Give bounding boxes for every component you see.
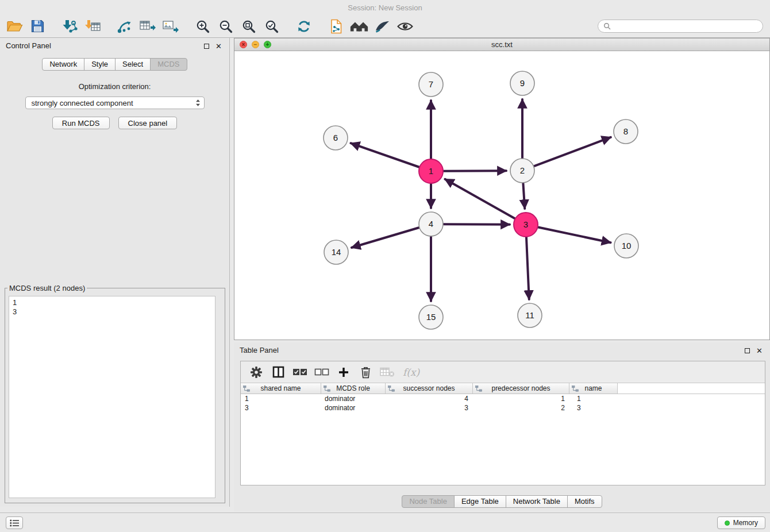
import-network-icon[interactable] <box>60 17 79 36</box>
close-table-panel-icon[interactable]: ✕ <box>756 347 763 354</box>
export-table-icon[interactable] <box>138 17 157 36</box>
optimization-dropdown[interactable]: strongly connected component <box>25 97 205 109</box>
column-label: MCDS role <box>336 384 370 392</box>
network-window-titlebar: × − + scc.txt <box>234 38 769 51</box>
task-history-button[interactable] <box>6 516 23 529</box>
zoom-out-icon[interactable] <box>216 17 236 36</box>
float-panel-icon[interactable] <box>204 44 209 49</box>
cell-shared-name[interactable]: 1 <box>241 394 321 403</box>
main-toolbar <box>0 15 770 38</box>
node-label: 6 <box>333 133 338 142</box>
mcds-result-list[interactable]: 13 <box>9 296 215 498</box>
mcds-buttons-row: Run MCDS Close panel <box>0 117 229 129</box>
node-15[interactable]: 15 <box>419 305 443 329</box>
memory-button[interactable]: Memory <box>717 516 765 529</box>
column-type-icon <box>475 385 482 392</box>
column-header-mcds-role[interactable]: MCDS role <box>321 383 386 394</box>
node-2[interactable]: 2 <box>510 159 534 183</box>
node-8[interactable]: 8 <box>614 119 638 144</box>
refresh-icon[interactable] <box>294 17 314 36</box>
table-row[interactable]: 1dominator411 <box>241 394 765 403</box>
cell-name[interactable]: 1 <box>569 394 618 403</box>
add-column-icon[interactable] <box>333 363 355 382</box>
node-7[interactable]: 7 <box>419 72 443 97</box>
table-tab-motifs[interactable]: Motifs <box>567 495 602 508</box>
node-3[interactable]: 3 <box>514 213 538 237</box>
cell-mcds-role[interactable]: dominator <box>321 403 386 413</box>
edge-1-2[interactable] <box>444 171 506 171</box>
run-mcds-button[interactable]: Run MCDS <box>52 117 110 129</box>
edge-2-3[interactable] <box>523 183 525 209</box>
table-tab-network-table[interactable]: Network Table <box>506 495 568 508</box>
cell-mcds-role[interactable]: dominator <box>321 394 386 403</box>
node-14[interactable]: 14 <box>324 240 348 264</box>
node-10[interactable]: 10 <box>614 234 638 258</box>
cell-predecessor-nodes[interactable]: 1 <box>473 394 569 403</box>
cell-name[interactable]: 3 <box>569 403 618 413</box>
column-label: name <box>584 384 602 392</box>
edge-3-10[interactable] <box>538 228 611 243</box>
save-icon[interactable] <box>28 17 47 36</box>
column-type-icon <box>572 385 579 392</box>
close-panel-button[interactable]: Close panel <box>118 117 178 129</box>
edge-4-3[interactable] <box>444 224 510 225</box>
style-apply-icon[interactable] <box>372 17 392 36</box>
cell-predecessor-nodes[interactable]: 2 <box>473 403 569 413</box>
table-tab-edge-table[interactable]: Edge Table <box>454 495 506 508</box>
tab-style[interactable]: Style <box>84 58 116 71</box>
edge-2-8[interactable] <box>534 137 611 166</box>
zoom-in-icon[interactable] <box>193 17 213 36</box>
edge-3-11[interactable] <box>526 237 529 299</box>
column-label: shared name <box>260 384 301 392</box>
import-table-icon[interactable] <box>83 17 102 36</box>
mcds-result-title: MCDS result (2 nodes) <box>7 284 87 292</box>
list-icon <box>10 519 20 527</box>
column-header-name[interactable]: name <box>569 383 618 394</box>
control-panel: Control Panel ✕ NetworkStyleSelectMCDS O… <box>0 38 230 507</box>
select-all-icon[interactable] <box>289 363 311 382</box>
column-type-icon <box>324 385 330 392</box>
network-arrows-icon[interactable] <box>115 17 134 36</box>
tab-mcds[interactable]: MCDS <box>150 58 187 71</box>
cell-shared-name[interactable]: 3 <box>241 403 321 413</box>
network-window-title: scc.txt <box>491 40 513 49</box>
columns-icon[interactable] <box>267 363 289 382</box>
cell-successor-nodes[interactable]: 4 <box>386 394 473 403</box>
search-input[interactable] <box>614 22 757 30</box>
tab-select[interactable]: Select <box>115 58 151 71</box>
gear-icon[interactable] <box>245 363 267 382</box>
network-canvas[interactable]: 7968124314101511 <box>234 51 769 340</box>
paste-network-icon[interactable] <box>326 17 346 36</box>
zoom-selected-icon[interactable] <box>262 17 282 36</box>
column-header-successor-nodes[interactable]: successor nodes <box>386 383 473 394</box>
table-panel-header: Table Panel ✕ <box>234 342 770 358</box>
node-6[interactable]: 6 <box>324 126 348 150</box>
control-panel-header: Control Panel ✕ <box>0 38 229 54</box>
minimize-window-icon[interactable]: − <box>252 41 259 48</box>
close-window-icon[interactable]: × <box>240 41 247 48</box>
node-4[interactable]: 4 <box>419 212 443 236</box>
close-panel-icon[interactable]: ✕ <box>215 43 222 50</box>
tab-network[interactable]: Network <box>42 58 84 71</box>
column-header-shared-name[interactable]: shared name <box>241 383 321 394</box>
node-11[interactable]: 11 <box>518 303 542 327</box>
zoom-fit-icon[interactable] <box>239 17 259 36</box>
trash-icon[interactable] <box>355 363 376 382</box>
table-tab-node-table[interactable]: Node Table <box>402 495 455 508</box>
edge-1-6[interactable] <box>351 143 419 167</box>
column-header-predecessor-nodes[interactable]: predecessor nodes <box>473 383 569 394</box>
node-9[interactable]: 9 <box>510 71 534 95</box>
node-1[interactable]: 1 <box>419 159 443 183</box>
home-icon[interactable] <box>349 17 369 36</box>
deselect-icon[interactable] <box>311 363 333 382</box>
search-field[interactable] <box>598 20 763 33</box>
open-folder-icon[interactable] <box>5 17 24 36</box>
table-row[interactable]: 3dominator323 <box>241 403 765 413</box>
zoom-window-icon[interactable]: + <box>264 41 271 48</box>
export-image-icon[interactable] <box>161 17 180 36</box>
edge-3-1[interactable] <box>445 179 514 218</box>
cell-successor-nodes[interactable]: 3 <box>386 403 473 413</box>
float-table-panel-icon[interactable] <box>745 348 750 353</box>
eye-icon[interactable] <box>395 17 415 36</box>
edge-4-14[interactable] <box>352 228 419 248</box>
